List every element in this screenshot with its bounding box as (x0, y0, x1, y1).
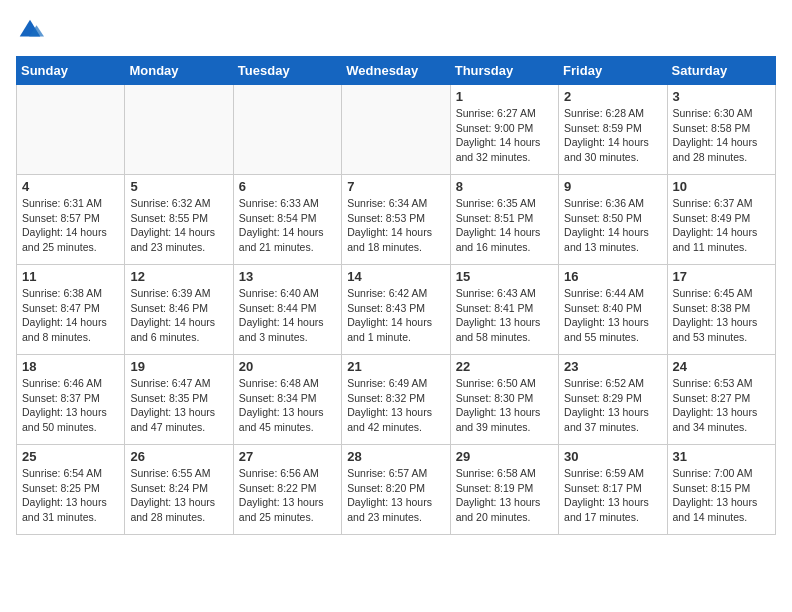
day-info: Sunrise: 6:57 AM Sunset: 8:20 PM Dayligh… (347, 466, 444, 525)
calendar-cell: 1Sunrise: 6:27 AM Sunset: 9:00 PM Daylig… (450, 85, 558, 175)
day-info: Sunrise: 6:52 AM Sunset: 8:29 PM Dayligh… (564, 376, 661, 435)
day-of-week-header: Tuesday (233, 57, 341, 85)
calendar-cell: 30Sunrise: 6:59 AM Sunset: 8:17 PM Dayli… (559, 445, 667, 535)
day-info: Sunrise: 6:27 AM Sunset: 9:00 PM Dayligh… (456, 106, 553, 165)
day-info: Sunrise: 7:00 AM Sunset: 8:15 PM Dayligh… (673, 466, 770, 525)
day-info: Sunrise: 6:44 AM Sunset: 8:40 PM Dayligh… (564, 286, 661, 345)
day-info: Sunrise: 6:28 AM Sunset: 8:59 PM Dayligh… (564, 106, 661, 165)
day-number: 31 (673, 449, 770, 464)
day-info: Sunrise: 6:30 AM Sunset: 8:58 PM Dayligh… (673, 106, 770, 165)
day-number: 25 (22, 449, 119, 464)
calendar-cell: 24Sunrise: 6:53 AM Sunset: 8:27 PM Dayli… (667, 355, 775, 445)
day-number: 2 (564, 89, 661, 104)
day-number: 7 (347, 179, 444, 194)
calendar-cell: 7Sunrise: 6:34 AM Sunset: 8:53 PM Daylig… (342, 175, 450, 265)
day-number: 1 (456, 89, 553, 104)
calendar-cell: 20Sunrise: 6:48 AM Sunset: 8:34 PM Dayli… (233, 355, 341, 445)
calendar-cell: 13Sunrise: 6:40 AM Sunset: 8:44 PM Dayli… (233, 265, 341, 355)
day-of-week-header: Friday (559, 57, 667, 85)
day-info: Sunrise: 6:33 AM Sunset: 8:54 PM Dayligh… (239, 196, 336, 255)
calendar-cell: 29Sunrise: 6:58 AM Sunset: 8:19 PM Dayli… (450, 445, 558, 535)
calendar-cell: 3Sunrise: 6:30 AM Sunset: 8:58 PM Daylig… (667, 85, 775, 175)
day-number: 6 (239, 179, 336, 194)
day-info: Sunrise: 6:32 AM Sunset: 8:55 PM Dayligh… (130, 196, 227, 255)
day-info: Sunrise: 6:48 AM Sunset: 8:34 PM Dayligh… (239, 376, 336, 435)
calendar-cell: 28Sunrise: 6:57 AM Sunset: 8:20 PM Dayli… (342, 445, 450, 535)
calendar-cell: 8Sunrise: 6:35 AM Sunset: 8:51 PM Daylig… (450, 175, 558, 265)
day-info: Sunrise: 6:46 AM Sunset: 8:37 PM Dayligh… (22, 376, 119, 435)
calendar-week-row: 25Sunrise: 6:54 AM Sunset: 8:25 PM Dayli… (17, 445, 776, 535)
day-of-week-header: Sunday (17, 57, 125, 85)
day-of-week-header: Thursday (450, 57, 558, 85)
calendar-cell: 16Sunrise: 6:44 AM Sunset: 8:40 PM Dayli… (559, 265, 667, 355)
day-info: Sunrise: 6:42 AM Sunset: 8:43 PM Dayligh… (347, 286, 444, 345)
day-info: Sunrise: 6:36 AM Sunset: 8:50 PM Dayligh… (564, 196, 661, 255)
day-number: 20 (239, 359, 336, 374)
day-info: Sunrise: 6:47 AM Sunset: 8:35 PM Dayligh… (130, 376, 227, 435)
day-info: Sunrise: 6:50 AM Sunset: 8:30 PM Dayligh… (456, 376, 553, 435)
calendar-cell: 23Sunrise: 6:52 AM Sunset: 8:29 PM Dayli… (559, 355, 667, 445)
day-number: 5 (130, 179, 227, 194)
calendar-cell: 14Sunrise: 6:42 AM Sunset: 8:43 PM Dayli… (342, 265, 450, 355)
calendar-cell: 15Sunrise: 6:43 AM Sunset: 8:41 PM Dayli… (450, 265, 558, 355)
day-number: 9 (564, 179, 661, 194)
calendar-cell: 10Sunrise: 6:37 AM Sunset: 8:49 PM Dayli… (667, 175, 775, 265)
calendar-cell: 11Sunrise: 6:38 AM Sunset: 8:47 PM Dayli… (17, 265, 125, 355)
day-of-week-header: Wednesday (342, 57, 450, 85)
day-number: 29 (456, 449, 553, 464)
calendar-cell (125, 85, 233, 175)
calendar-cell: 18Sunrise: 6:46 AM Sunset: 8:37 PM Dayli… (17, 355, 125, 445)
calendar-week-row: 11Sunrise: 6:38 AM Sunset: 8:47 PM Dayli… (17, 265, 776, 355)
calendar-cell: 5Sunrise: 6:32 AM Sunset: 8:55 PM Daylig… (125, 175, 233, 265)
calendar-cell: 9Sunrise: 6:36 AM Sunset: 8:50 PM Daylig… (559, 175, 667, 265)
calendar-cell: 26Sunrise: 6:55 AM Sunset: 8:24 PM Dayli… (125, 445, 233, 535)
day-number: 21 (347, 359, 444, 374)
day-number: 17 (673, 269, 770, 284)
logo-icon (16, 16, 44, 44)
calendar-cell: 31Sunrise: 7:00 AM Sunset: 8:15 PM Dayli… (667, 445, 775, 535)
day-number: 24 (673, 359, 770, 374)
day-number: 26 (130, 449, 227, 464)
calendar-week-row: 1Sunrise: 6:27 AM Sunset: 9:00 PM Daylig… (17, 85, 776, 175)
day-info: Sunrise: 6:35 AM Sunset: 8:51 PM Dayligh… (456, 196, 553, 255)
day-number: 30 (564, 449, 661, 464)
calendar-cell: 6Sunrise: 6:33 AM Sunset: 8:54 PM Daylig… (233, 175, 341, 265)
calendar-cell: 12Sunrise: 6:39 AM Sunset: 8:46 PM Dayli… (125, 265, 233, 355)
day-number: 23 (564, 359, 661, 374)
calendar-cell (233, 85, 341, 175)
day-number: 12 (130, 269, 227, 284)
day-of-week-header: Monday (125, 57, 233, 85)
day-number: 3 (673, 89, 770, 104)
day-info: Sunrise: 6:55 AM Sunset: 8:24 PM Dayligh… (130, 466, 227, 525)
day-number: 27 (239, 449, 336, 464)
calendar-week-row: 4Sunrise: 6:31 AM Sunset: 8:57 PM Daylig… (17, 175, 776, 265)
day-number: 8 (456, 179, 553, 194)
calendar-week-row: 18Sunrise: 6:46 AM Sunset: 8:37 PM Dayli… (17, 355, 776, 445)
day-info: Sunrise: 6:39 AM Sunset: 8:46 PM Dayligh… (130, 286, 227, 345)
day-number: 15 (456, 269, 553, 284)
calendar-cell: 27Sunrise: 6:56 AM Sunset: 8:22 PM Dayli… (233, 445, 341, 535)
calendar-cell: 4Sunrise: 6:31 AM Sunset: 8:57 PM Daylig… (17, 175, 125, 265)
day-info: Sunrise: 6:37 AM Sunset: 8:49 PM Dayligh… (673, 196, 770, 255)
calendar-cell: 25Sunrise: 6:54 AM Sunset: 8:25 PM Dayli… (17, 445, 125, 535)
calendar-table: SundayMondayTuesdayWednesdayThursdayFrid… (16, 56, 776, 535)
day-info: Sunrise: 6:34 AM Sunset: 8:53 PM Dayligh… (347, 196, 444, 255)
calendar-cell (17, 85, 125, 175)
day-info: Sunrise: 6:59 AM Sunset: 8:17 PM Dayligh… (564, 466, 661, 525)
day-number: 10 (673, 179, 770, 194)
day-number: 14 (347, 269, 444, 284)
day-info: Sunrise: 6:31 AM Sunset: 8:57 PM Dayligh… (22, 196, 119, 255)
day-number: 22 (456, 359, 553, 374)
page-header (16, 16, 776, 44)
day-info: Sunrise: 6:38 AM Sunset: 8:47 PM Dayligh… (22, 286, 119, 345)
logo (16, 16, 48, 44)
day-info: Sunrise: 6:43 AM Sunset: 8:41 PM Dayligh… (456, 286, 553, 345)
day-number: 28 (347, 449, 444, 464)
day-number: 16 (564, 269, 661, 284)
calendar-cell: 2Sunrise: 6:28 AM Sunset: 8:59 PM Daylig… (559, 85, 667, 175)
calendar-cell: 17Sunrise: 6:45 AM Sunset: 8:38 PM Dayli… (667, 265, 775, 355)
day-of-week-header: Saturday (667, 57, 775, 85)
day-number: 4 (22, 179, 119, 194)
calendar-cell: 21Sunrise: 6:49 AM Sunset: 8:32 PM Dayli… (342, 355, 450, 445)
day-info: Sunrise: 6:40 AM Sunset: 8:44 PM Dayligh… (239, 286, 336, 345)
